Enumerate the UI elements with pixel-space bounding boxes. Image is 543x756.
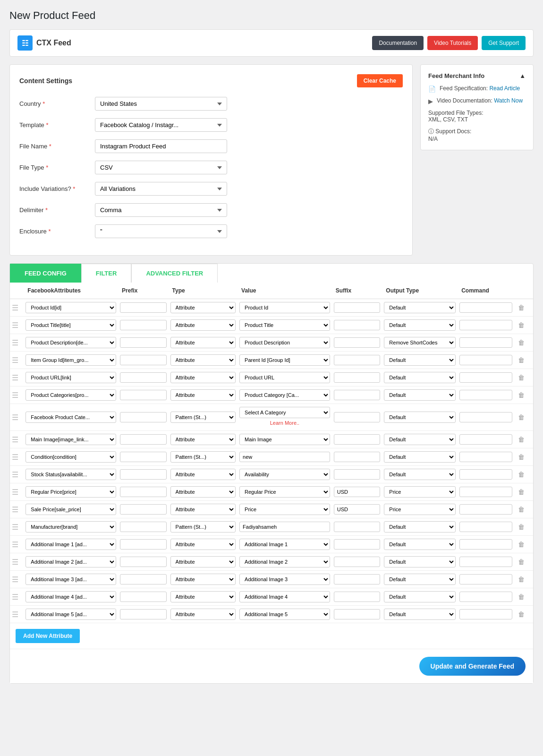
filename-input[interactable] [95,139,227,153]
attr-select-11[interactable]: Sale Price[sale_price] [25,504,116,515]
suffix-input-16[interactable] [334,592,381,602]
command-input-6[interactable] [459,412,512,422]
drag-handle[interactable]: ☰ [12,453,18,461]
delete-row-button-4[interactable]: 🗑 [516,373,526,382]
prefix-input-9[interactable] [120,469,167,480]
output-select-10[interactable]: Price [384,486,456,498]
type-select-11[interactable]: Attribute [170,504,236,515]
type-select-3[interactable]: Attribute [170,354,236,366]
command-input-2[interactable] [459,337,512,348]
command-input-14[interactable] [459,557,512,567]
command-input-5[interactable] [459,390,512,400]
command-input-7[interactable] [459,434,512,445]
output-select-14[interactable]: Default [384,556,456,567]
type-select-15[interactable]: Attribute [170,574,236,585]
drag-handle[interactable]: ☰ [12,593,18,601]
suffix-input-0[interactable] [334,302,381,313]
documentation-button[interactable]: Documentation [372,36,424,50]
tab-feed-config[interactable]: FEED CONFIG [10,264,81,283]
value-select-4[interactable]: Product URL [239,372,330,383]
value-select-5[interactable]: Product Category [Ca... [239,389,330,401]
drag-handle[interactable]: ☰ [12,374,18,382]
delete-row-button-6[interactable]: 🗑 [516,412,526,422]
attr-select-2[interactable]: Product Description[de... [25,337,116,348]
type-select-12[interactable]: Pattern (St...) [170,521,236,533]
output-select-12[interactable]: Default [384,521,456,533]
output-select-17[interactable]: Default [384,609,456,620]
suffix-input-6[interactable] [334,412,381,422]
update-generate-button[interactable]: Update and Generate Feed [419,657,526,676]
prefix-input-14[interactable] [120,557,167,567]
type-select-4[interactable]: Attribute [170,372,236,383]
prefix-input-17[interactable] [120,609,167,619]
get-support-button[interactable]: Get Support [482,36,526,50]
video-tutorials-button[interactable]: Video Tutorials [427,36,478,50]
drag-handle[interactable]: ☰ [12,339,18,347]
attr-select-7[interactable]: Main Image[image_link... [25,434,116,445]
read-article-link[interactable]: Read Article [489,85,520,92]
watch-now-link[interactable]: Watch Now [494,97,523,104]
attr-select-0[interactable]: Product Id[id] [25,302,116,313]
type-select-14[interactable]: Attribute [170,556,236,567]
delete-row-button-12[interactable]: 🗑 [516,522,526,532]
output-select-8[interactable]: Default [384,451,456,463]
drag-handle[interactable]: ☰ [12,391,18,399]
suffix-input-10[interactable] [334,487,381,497]
drag-handle[interactable]: ☰ [12,610,18,619]
command-input-17[interactable] [459,609,512,619]
delete-row-button-3[interactable]: 🗑 [516,355,526,365]
drag-handle[interactable]: ☰ [12,304,18,312]
value-select-14[interactable]: Additional Image 2 [239,556,330,567]
output-select-13[interactable]: Default [384,539,456,550]
attr-select-16[interactable]: Additional Image 4 [ad... [25,591,116,602]
type-select-16[interactable]: Attribute [170,591,236,602]
suffix-input-13[interactable] [334,539,381,550]
delete-row-button-1[interactable]: 🗑 [516,320,526,330]
drag-handle[interactable]: ☰ [12,558,18,566]
attr-select-8[interactable]: Condition[condition] [25,451,116,463]
attr-select-12[interactable]: Manufacturer[brand] [25,521,116,533]
delete-row-button-13[interactable]: 🗑 [516,540,526,549]
command-input-16[interactable] [459,592,512,602]
type-select-10[interactable]: Attribute [170,486,236,498]
drag-handle[interactable]: ☰ [12,321,18,329]
delete-row-button-10[interactable]: 🗑 [516,487,526,497]
prefix-input-4[interactable] [120,372,167,383]
delete-row-button-0[interactable]: 🗑 [516,303,526,312]
command-input-9[interactable] [459,469,512,480]
command-input-10[interactable] [459,487,512,497]
suffix-input-17[interactable] [334,609,381,619]
delete-row-button-5[interactable]: 🗑 [516,390,526,400]
value-select-16[interactable]: Additional Image 4 [239,591,330,602]
delete-row-button-16[interactable]: 🗑 [516,592,526,601]
drag-handle[interactable]: ☰ [12,488,18,496]
learn-more-link[interactable]: Learn More.. [239,420,330,426]
delete-row-button-8[interactable]: 🗑 [516,452,526,462]
attr-select-9[interactable]: Stock Status[availabilit... [25,469,116,480]
attr-select-6[interactable]: Facebook Product Cate... [25,412,116,423]
suffix-input-1[interactable] [334,320,381,330]
attr-select-5[interactable]: Product Categories[pro... [25,389,116,401]
value-select-13[interactable]: Additional Image 1 [239,539,330,550]
type-select-9[interactable]: Attribute [170,469,236,480]
attr-select-4[interactable]: Product URL[link] [25,372,116,383]
command-input-12[interactable] [459,522,512,532]
output-select-16[interactable]: Default [384,591,456,602]
suffix-input-5[interactable] [334,390,381,400]
suffix-input-4[interactable] [334,372,381,383]
drag-handle[interactable]: ☰ [12,471,18,479]
suffix-input-12[interactable] [334,522,381,532]
tab-advanced-filter[interactable]: ADVANCED FILTER [131,264,218,283]
drag-handle[interactable]: ☰ [12,506,18,514]
output-select-6[interactable]: Default [384,412,456,423]
type-select-0[interactable]: Attribute [170,302,236,313]
suffix-input-3[interactable] [334,355,381,365]
delete-row-button-7[interactable]: 🗑 [516,435,526,444]
type-select-7[interactable]: Attribute [170,434,236,445]
drag-handle[interactable]: ☰ [12,523,18,531]
value-select-10[interactable]: Regular Price [239,486,330,498]
value-select-7[interactable]: Main Image [239,434,330,445]
prefix-input-5[interactable] [120,390,167,400]
prefix-input-2[interactable] [120,337,167,348]
prefix-input-16[interactable] [120,592,167,602]
